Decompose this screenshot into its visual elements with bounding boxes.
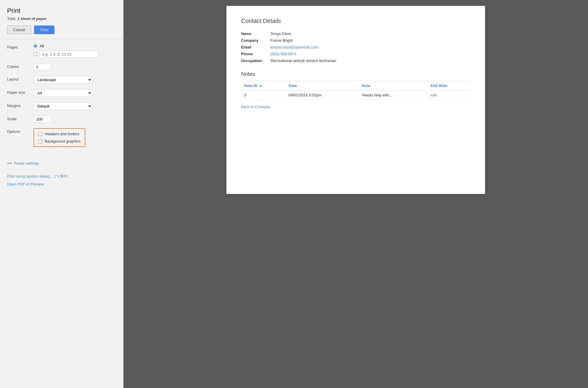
- background-graphics-checkbox-item[interactable]: Background graphics: [38, 139, 81, 143]
- headers-footers-checkbox[interactable]: [38, 132, 42, 136]
- print-subtitle: Total: 1 sheet of paper: [7, 16, 116, 21]
- scale-setting: Scale: [7, 116, 116, 123]
- email-value: tonyacclass@spambob.com: [270, 44, 470, 51]
- print-panel: Print Total: 1 sheet of paper Cancel Pri…: [0, 0, 123, 388]
- layout-setting: Layout Landscape Portrait: [7, 76, 116, 84]
- occupation-value: Recreational vehicle service technician: [270, 57, 470, 64]
- edit-note-cell: edit: [427, 91, 470, 100]
- bottom-links: Print using system dialog… (⌥⌘P) Open PD…: [0, 169, 123, 191]
- paper-size-setting: Paper size A4 Letter Legal: [7, 89, 116, 97]
- name-label: Name: [241, 30, 270, 37]
- scale-control: [34, 116, 116, 123]
- pages-radio-group: All: [34, 44, 116, 58]
- date-cell: 09/01/2016 5:02pm: [285, 91, 359, 100]
- pages-setting: Pages All: [7, 44, 116, 58]
- print-title: Print: [7, 7, 116, 15]
- email-label: Email: [241, 44, 270, 51]
- preview-area: Contact Details Name Tonya Class Company…: [123, 0, 588, 388]
- note-cell: Needs help with...: [359, 91, 427, 100]
- scale-label: Scale: [7, 116, 34, 121]
- fewer-settings-label: Fewer settings: [14, 161, 39, 165]
- dash-icon: —: [7, 160, 12, 166]
- pages-custom-radio[interactable]: [34, 52, 37, 56]
- open-pdf-link[interactable]: Open PDF in Preview: [7, 182, 116, 186]
- print-system-dialog-link[interactable]: Print using system dialog… (⌥⌘P): [7, 174, 116, 178]
- sort-icon[interactable]: ⇅: [259, 84, 262, 88]
- print-header: Print Total: 1 sheet of paper Cancel Pri…: [0, 0, 123, 39]
- phone-label: Phone: [241, 51, 270, 57]
- contact-email-row: Email tonyacclass@spambob.com: [241, 44, 470, 51]
- background-graphics-checkbox[interactable]: [38, 139, 42, 143]
- margins-select[interactable]: Default None Minimum Custom: [34, 102, 92, 110]
- note-id-cell: 3: [241, 91, 285, 100]
- options-label: Options: [7, 128, 34, 134]
- paper-size-select[interactable]: A4 Letter Legal: [34, 89, 92, 97]
- phone-value: (928) 599-9971: [270, 51, 470, 57]
- paper-size-control: A4 Letter Legal: [34, 89, 116, 97]
- layout-label: Layout: [7, 76, 34, 81]
- options-box: Headers and footers Background graphics: [34, 128, 85, 147]
- margins-setting: Margins Default None Minimum Custom: [7, 102, 116, 110]
- copies-setting: Copies: [7, 63, 116, 71]
- layout-select[interactable]: Landscape Portrait: [34, 76, 92, 84]
- settings-section: Pages All Copies: [0, 39, 123, 157]
- contact-phone-row: Phone (928) 599-9971: [241, 51, 470, 57]
- phone-link[interactable]: (928) 599-9971: [270, 52, 297, 56]
- background-graphics-label: Background graphics: [45, 139, 81, 143]
- paper-size-label: Paper size: [7, 89, 34, 95]
- options-setting: Options Headers and footers Background g…: [7, 128, 116, 147]
- table-row: 3 09/01/2016 5:02pm Needs help with... e…: [241, 91, 470, 100]
- notes-title: Notes: [241, 71, 470, 77]
- scale-input[interactable]: [34, 116, 51, 123]
- layout-control: Landscape Portrait: [34, 76, 116, 84]
- contact-details-title: Contact Details: [241, 18, 470, 24]
- paper: Contact Details Name Tonya Class Company…: [226, 6, 485, 194]
- copies-control: [34, 63, 116, 71]
- edit-note-header: Edit Note: [427, 81, 470, 91]
- headers-footers-label: Headers and footers: [45, 132, 79, 136]
- email-link[interactable]: tonyacclass@spambob.com: [270, 45, 318, 49]
- pages-all-radio[interactable]: [34, 44, 37, 48]
- name-value: Tonya Class: [270, 30, 470, 37]
- notes-header-row: Note ID ⇅ Date Note Edit Note: [241, 81, 470, 91]
- copies-input[interactable]: [34, 63, 51, 71]
- date-header: Date: [285, 81, 359, 91]
- pages-custom-input[interactable]: [40, 51, 98, 58]
- company-label: Company: [241, 37, 270, 44]
- back-to-contacts-link[interactable]: Back to Contacts: [241, 105, 270, 109]
- occupation-label: Occupation: [241, 57, 270, 64]
- pages-all-label: All: [40, 44, 44, 48]
- headers-footers-checkbox-item[interactable]: Headers and footers: [38, 132, 81, 136]
- pages-label: Pages: [7, 44, 34, 49]
- pages-control: All: [34, 44, 116, 58]
- notes-table: Note ID ⇅ Date Note Edit Note 3 09/01/20…: [241, 81, 470, 100]
- contact-table: Name Tonya Class Company Future Bright E…: [241, 30, 470, 64]
- contact-occupation-row: Occupation Recreational vehicle service …: [241, 57, 470, 64]
- margins-label: Margins: [7, 102, 34, 108]
- edit-link[interactable]: edit: [430, 93, 437, 97]
- contact-name-row: Name Tonya Class: [241, 30, 470, 37]
- print-button[interactable]: Print: [34, 26, 54, 34]
- pages-custom-item: [34, 51, 116, 58]
- contact-company-row: Company Future Bright: [241, 37, 470, 44]
- company-value: Future Bright: [270, 37, 470, 44]
- cancel-button[interactable]: Cancel: [7, 26, 31, 34]
- options-control: Headers and footers Background graphics: [34, 128, 116, 147]
- note-id-header: Note ID ⇅: [241, 81, 285, 91]
- copies-label: Copies: [7, 63, 34, 69]
- print-buttons: Cancel Print: [7, 26, 116, 34]
- pages-all-item: All: [34, 44, 116, 48]
- fewer-settings-row[interactable]: — Fewer settings: [0, 157, 123, 169]
- margins-control: Default None Minimum Custom: [34, 102, 116, 110]
- note-header: Note: [359, 81, 427, 91]
